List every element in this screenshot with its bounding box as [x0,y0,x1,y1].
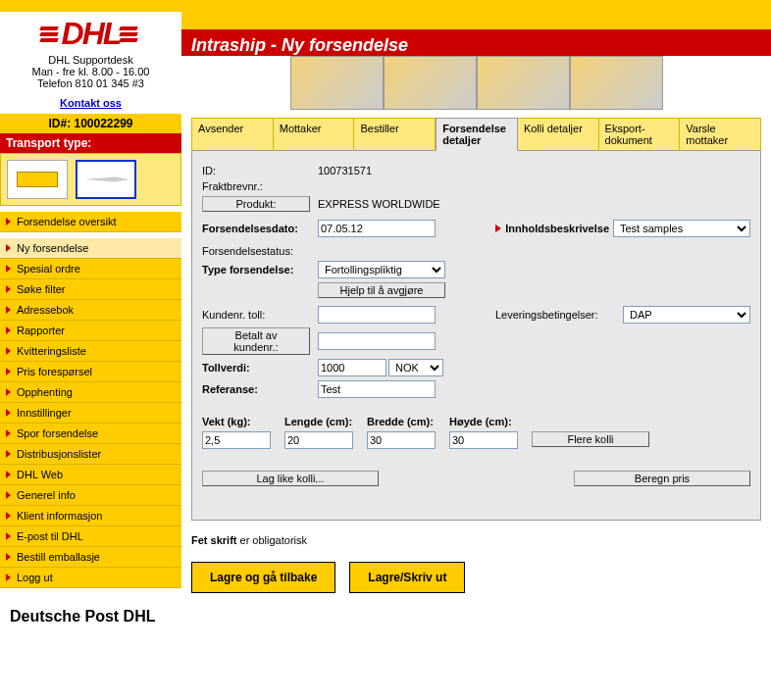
customs-value-input[interactable] [318,359,386,376]
sidebar-item-label: Klient informasjon [17,510,102,522]
logo-column: DHL DHL Supportdesk Man - fre kl. 8.00 -… [0,12,181,114]
height-label: Høyde (cm): [449,416,518,427]
support-line: Man - fre kl. 8.00 - 16.00 [0,66,181,77]
content-desc-select[interactable]: Test samples [613,220,750,237]
shipment-type-select[interactable]: Fortollingspliktig [318,261,445,278]
sidebar-item-label: E-post til DHL [17,530,83,542]
chevron-right-icon [6,244,11,252]
length-input[interactable] [284,431,353,449]
chevron-right-icon [6,388,11,396]
chevron-right-icon [6,306,11,314]
type-help-button[interactable]: Hjelp til å avgjøre [318,282,445,298]
sidebar-item[interactable]: Generel info [0,485,181,506]
chevron-right-icon [6,553,11,561]
more-packages-button[interactable]: Flere kolli [532,431,649,447]
delivery-terms-select[interactable]: DAP [623,306,750,324]
truck-icon [17,172,58,187]
paid-by-button-wrap: Betalt av kundenr.: [202,327,318,355]
customs-currency-select[interactable]: NOK [388,359,443,376]
chevron-right-icon [6,429,11,437]
weight-input[interactable] [202,431,271,449]
sidebar-item[interactable]: Rapporter [0,321,181,341]
waybill-label: Fraktbrevnr.: [202,180,318,192]
sidebar-item[interactable]: Søke filter [0,279,181,300]
sidebar-item-label: Generel info [17,489,76,501]
sidebar-item[interactable]: Kvitteringsliste [0,341,181,362]
product-value: EXPRESS WORLDWIDE [318,198,440,210]
tab[interactable]: Mottaker [274,118,355,151]
sidebar-item-label: Pris forespørsel [17,366,92,377]
sidebar-item[interactable]: Bestill emballasje [0,547,181,568]
product-button-wrap: Produkt: [202,196,318,212]
sidebar-item[interactable]: Klient informasjon [0,506,181,526]
sidebar-item[interactable]: Pris forespørsel [0,362,181,382]
contact-link[interactable]: Kontakt oss [60,97,122,109]
customs-custno-input[interactable] [318,306,436,324]
shipment-date-input[interactable] [318,220,436,237]
width-label: Bredde (cm): [367,416,436,427]
sidebar-item[interactable]: Logg ut [0,568,181,588]
product-button[interactable]: Produkt: [202,196,310,212]
content-desc-label: Innholdsbeskrivelse [505,223,609,234]
reference-input[interactable] [318,380,436,398]
support-line: DHL Supportdesk [0,54,181,66]
hero-image-icon [384,56,477,110]
tab[interactable]: Bestiller [354,118,436,151]
footer-logo: Deutsche Post DHL [0,588,181,645]
height-input[interactable] [449,431,518,449]
sidebar-item[interactable]: Opphenting [0,382,181,403]
header-yellow-strip [181,12,771,29]
hero-image-icon [477,56,570,110]
sidebar-item-label: DHL Web [17,469,63,480]
chevron-right-icon [6,450,11,458]
sidebar-item-label: Rapporter [17,325,65,336]
chevron-right-icon [6,512,11,520]
tab[interactable]: Avsender [191,118,274,151]
sidebar-item[interactable]: Ny forsendelse [0,238,181,259]
support-info: DHL Supportdesk Man - fre kl. 8.00 - 16.… [0,54,181,109]
chevron-right-icon [6,218,11,225]
sidebar-item[interactable]: Distribusjonslister [0,444,181,465]
tab[interactable]: Varsle mottaker [680,118,761,151]
chevron-right-icon [6,285,11,293]
sidebar-item-label: Søke filter [17,283,66,295]
chevron-right-icon [6,574,11,581]
weight-label: Vekt (kg): [202,416,271,427]
sidebar-item-label: Ny forsendelse [17,242,88,254]
tab[interactable]: Kolli detaljer [518,118,599,151]
sidebar-item[interactable]: Spor forsendelse [0,424,181,444]
chevron-right-icon [495,225,501,232]
chevron-right-icon [6,368,11,375]
save-print-button[interactable]: Lagre/Skriv ut [349,562,465,593]
paid-by-input[interactable] [318,332,436,350]
chevron-right-icon [6,326,11,334]
sidebar-item-label: Opphenting [17,386,73,398]
plane-icon [84,174,128,185]
paid-by-button[interactable]: Betalt av kundenr.: [202,327,310,355]
width-input[interactable] [367,431,436,449]
sidebar-item-overview[interactable]: Forsendelse oversikt [0,212,181,232]
transport-plane-option[interactable] [76,160,136,199]
save-back-button[interactable]: Lagre og gå tilbake [191,562,335,593]
chevron-right-icon [6,347,11,355]
delivery-terms-label: Leveringsbetingelser: [495,309,623,321]
sidebar-item-label: Innstillinger [17,407,72,419]
sidebar-item[interactable]: Innstillinger [0,403,181,424]
sidebar-item[interactable]: Adressebok [0,300,181,321]
sidebar-item-label: Logg ut [17,572,53,583]
header-imagery [181,56,771,114]
sidebar-item-label: Forsendelse oversikt [17,216,117,227]
sidebar-item[interactable]: E-post til DHL [0,526,181,547]
calculate-price-button[interactable]: Beregn pris [574,471,750,486]
form-panel: ID: 100731571 Fraktbrevnr.: Produkt: EXP… [191,151,761,521]
logo-stripes-icon [120,25,137,44]
sidebar-item[interactable]: Spesial ordre [0,259,181,279]
copy-packages-button[interactable]: Lag like kolli... [202,471,379,486]
sidebar-item[interactable]: DHL Web [0,465,181,485]
transport-truck-option[interactable] [7,160,68,199]
chevron-right-icon [6,532,11,540]
sidebar-item-label: Adressebok [17,304,74,316]
tab[interactable]: Eksport-dokument [599,118,681,151]
tab[interactable]: Forsendelse detaljer [436,118,518,151]
page-title: Intraship - Ny forsendelse [191,35,761,56]
